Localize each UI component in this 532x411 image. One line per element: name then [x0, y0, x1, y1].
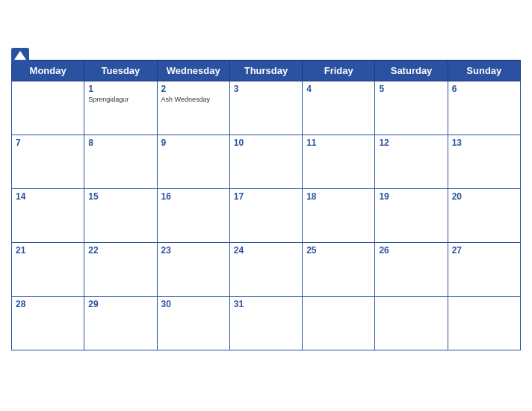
day-number: 6 [452, 84, 516, 94]
week-row-2: 78910111213 [12, 135, 521, 189]
day-cell: 5 [375, 81, 448, 135]
day-cell: 27 [448, 243, 520, 297]
day-number: 27 [452, 245, 516, 256]
day-cell: 3 [229, 81, 302, 135]
day-cell: 19 [375, 189, 448, 243]
day-cell: 15 [84, 189, 157, 243]
day-cell: 2Ash Wednesday [157, 81, 229, 135]
week-row-1: 1Sprengidagur2Ash Wednesday3456 [12, 81, 521, 135]
day-number: 8 [88, 137, 152, 148]
day-cell: 31 [229, 297, 302, 350]
calendar-container: MondayTuesdayWednesdayThursdayFridaySatu… [0, 49, 532, 362]
day-number: 9 [161, 137, 226, 148]
day-number: 17 [234, 191, 298, 202]
day-number: 10 [234, 137, 298, 148]
day-number: 15 [88, 191, 152, 202]
day-number: 5 [379, 84, 443, 94]
day-number: 31 [234, 299, 298, 309]
day-number: 26 [379, 245, 443, 256]
day-cell: 14 [12, 189, 84, 243]
day-cell: 11 [303, 135, 375, 189]
day-number: 21 [16, 245, 80, 256]
day-header-sunday: Sunday [448, 61, 520, 81]
day-cell: 23 [157, 243, 229, 297]
day-cell: 9 [157, 135, 229, 189]
day-number: 14 [16, 191, 80, 202]
header-row: MondayTuesdayWednesdayThursdayFridaySatu… [12, 61, 521, 81]
day-number: 24 [234, 245, 298, 256]
calendar-table: MondayTuesdayWednesdayThursdayFridaySatu… [11, 60, 521, 350]
calendar-thead: MondayTuesdayWednesdayThursdayFridaySatu… [12, 61, 521, 81]
day-cell [12, 81, 84, 135]
day-number: 13 [452, 137, 516, 148]
day-cell: 24 [229, 243, 302, 297]
day-cell [375, 297, 448, 350]
day-cell: 30 [157, 297, 229, 350]
day-cell: 22 [84, 243, 157, 297]
day-number: 19 [379, 191, 443, 202]
day-number: 30 [161, 299, 226, 309]
day-number: 3 [234, 84, 298, 94]
day-header-wednesday: Wednesday [157, 61, 229, 81]
day-number: 25 [306, 245, 371, 256]
day-number: 29 [88, 299, 152, 309]
day-cell: 4 [303, 81, 375, 135]
day-cell: 8 [84, 135, 157, 189]
calendar-tbody: 1Sprengidagur2Ash Wednesday3456789101112… [12, 81, 521, 350]
day-number: 16 [161, 191, 226, 202]
day-header-thursday: Thursday [229, 61, 302, 81]
day-header-tuesday: Tuesday [84, 61, 157, 81]
day-cell [303, 297, 375, 350]
day-cell: 28 [12, 297, 84, 350]
holiday-label: Ash Wednesday [161, 96, 226, 103]
day-cell: 6 [448, 81, 520, 135]
week-row-5: 28293031 [12, 297, 521, 350]
day-header-saturday: Saturday [375, 61, 448, 81]
day-number: 1 [88, 84, 152, 94]
day-cell: 26 [375, 243, 448, 297]
day-number: 18 [306, 191, 371, 202]
day-cell: 17 [229, 189, 302, 243]
day-cell: 13 [448, 135, 520, 189]
day-number: 12 [379, 137, 443, 148]
day-cell: 21 [12, 243, 84, 297]
day-number: 7 [16, 137, 80, 148]
day-cell: 29 [84, 297, 157, 350]
day-cell [448, 297, 520, 350]
day-cell: 12 [375, 135, 448, 189]
day-number: 4 [306, 84, 371, 94]
brand-logo [11, 48, 31, 66]
day-cell: 18 [303, 189, 375, 243]
day-cell: 20 [448, 189, 520, 243]
day-number: 20 [452, 191, 516, 202]
day-cell: 16 [157, 189, 229, 243]
day-number: 28 [16, 299, 80, 309]
day-header-friday: Friday [303, 61, 375, 81]
day-number: 2 [161, 84, 226, 94]
day-cell: 25 [303, 243, 375, 297]
day-number: 22 [88, 245, 152, 256]
day-cell: 10 [229, 135, 302, 189]
day-number: 11 [306, 137, 371, 148]
day-cell: 7 [12, 135, 84, 189]
week-row-4: 21222324252627 [12, 243, 521, 297]
week-row-3: 14151617181920 [12, 189, 521, 243]
day-cell: 1Sprengidagur [84, 81, 157, 135]
holiday-label: Sprengidagur [88, 96, 152, 103]
day-number: 23 [161, 245, 226, 256]
